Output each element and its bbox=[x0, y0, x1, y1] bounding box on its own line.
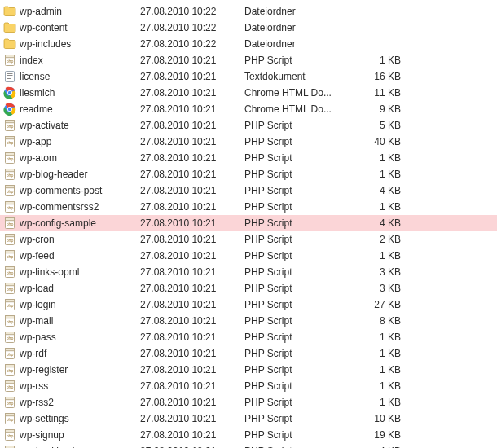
file-name-cell[interactable]: phpwp-mail bbox=[3, 314, 140, 327]
file-row[interactable]: phpindex27.08.2010 10:21PHP Script1 KB bbox=[0, 52, 497, 68]
file-type-cell: Dateiordner bbox=[244, 6, 352, 17]
svg-text:php: php bbox=[7, 156, 14, 161]
file-row[interactable]: phpwp-cron27.08.2010 10:21PHP Script2 KB bbox=[0, 231, 497, 248]
file-name-label: wp-links-opml bbox=[20, 266, 79, 278]
file-name-cell[interactable]: wp-includes bbox=[3, 37, 140, 51]
file-row[interactable]: phpwp-trackback27.08.2010 10:21PHP Scrip… bbox=[0, 443, 497, 448]
file-row[interactable]: liesmich27.08.2010 10:21Chrome HTML Do..… bbox=[0, 85, 497, 101]
svg-rect-18 bbox=[6, 137, 15, 139]
file-date-cell: 27.08.2010 10:21 bbox=[140, 266, 244, 278]
file-name-cell[interactable]: phpwp-atom bbox=[3, 152, 140, 165]
php-icon: php bbox=[3, 200, 16, 213]
file-row[interactable]: wp-admin27.08.2010 10:22Dateiordner bbox=[0, 3, 497, 20]
file-name-cell[interactable]: phpwp-load bbox=[3, 282, 140, 295]
file-row[interactable]: phpwp-rss227.08.2010 10:21PHP Script1 KB bbox=[0, 394, 497, 411]
file-name-cell[interactable]: phpwp-feed bbox=[3, 249, 140, 262]
file-name-cell[interactable]: phpwp-signup bbox=[3, 428, 140, 441]
file-row[interactable]: phpwp-atom27.08.2010 10:21PHP Script1 KB bbox=[0, 150, 497, 166]
svg-rect-24 bbox=[6, 169, 15, 172]
file-row[interactable]: readme27.08.2010 10:21Chrome HTML Do...9… bbox=[0, 101, 497, 117]
file-name-cell[interactable]: phpwp-rss2 bbox=[3, 396, 140, 409]
file-type-cell: PHP Script bbox=[244, 120, 352, 131]
php-icon: php bbox=[3, 184, 16, 197]
file-name-cell[interactable]: wp-content bbox=[3, 21, 140, 34]
file-size-cell: 1 KB bbox=[352, 201, 407, 213]
file-name-cell[interactable]: phpwp-login bbox=[3, 298, 140, 311]
file-row[interactable]: phpwp-register27.08.2010 10:21PHP Script… bbox=[0, 362, 497, 378]
file-type-cell: PHP Script bbox=[244, 429, 352, 441]
file-row[interactable]: wp-content27.08.2010 10:22Dateiordner bbox=[0, 20, 497, 36]
file-name-cell[interactable]: phpwp-activate bbox=[3, 119, 140, 132]
svg-text:php: php bbox=[7, 433, 14, 438]
file-row[interactable]: phpwp-signup27.08.2010 10:21PHP Script19… bbox=[0, 427, 497, 443]
file-name-cell[interactable]: phpwp-rss bbox=[3, 380, 140, 393]
file-name-cell[interactable]: readme bbox=[3, 103, 140, 116]
file-name-label: wp-blog-header bbox=[20, 169, 87, 180]
file-size-cell: 1 KB bbox=[352, 332, 407, 343]
svg-text:php: php bbox=[7, 368, 14, 373]
file-name-cell[interactable]: phpwp-pass bbox=[3, 331, 140, 344]
file-row[interactable]: phpwp-load27.08.2010 10:21PHP Script3 KB bbox=[0, 280, 497, 296]
file-name-cell[interactable]: phpwp-commentsrss2 bbox=[3, 200, 140, 213]
svg-text:php: php bbox=[7, 303, 14, 308]
file-name-label: wp-pass bbox=[20, 332, 56, 343]
file-name-cell[interactable]: phpwp-rdf bbox=[3, 347, 140, 360]
file-row[interactable]: phpwp-mail27.08.2010 10:21PHP Script8 KB bbox=[0, 313, 497, 329]
file-row[interactable]: phpwp-comments-post27.08.2010 10:21PHP S… bbox=[0, 182, 497, 199]
file-name-label: wp-rss2 bbox=[20, 397, 54, 408]
svg-text:php: php bbox=[7, 140, 14, 145]
file-name-cell[interactable]: phpwp-comments-post bbox=[3, 184, 140, 197]
file-date-cell: 27.08.2010 10:21 bbox=[140, 234, 244, 245]
file-name-cell[interactable]: phpwp-config-sample bbox=[3, 217, 140, 230]
file-name-cell[interactable]: phpwp-register bbox=[3, 363, 140, 376]
file-row[interactable]: phpwp-login27.08.2010 10:21PHP Script27 … bbox=[0, 296, 497, 313]
file-size-cell: 4 KB bbox=[352, 185, 407, 196]
svg-text:php: php bbox=[7, 222, 14, 226]
file-date-cell: 27.08.2010 10:21 bbox=[140, 348, 244, 359]
file-date-cell: 27.08.2010 10:21 bbox=[140, 380, 244, 392]
file-row[interactable]: phpwp-links-opml27.08.2010 10:21PHP Scri… bbox=[0, 264, 497, 280]
file-date-cell: 27.08.2010 10:21 bbox=[140, 217, 244, 229]
php-icon: php bbox=[3, 396, 16, 409]
file-row[interactable]: phpwp-blog-header27.08.2010 10:21PHP Scr… bbox=[0, 166, 497, 182]
file-name-label: wp-feed bbox=[20, 250, 55, 261]
file-size-cell: 5 KB bbox=[352, 120, 407, 131]
file-row[interactable]: license27.08.2010 10:21Textdokument16 KB bbox=[0, 68, 497, 85]
file-name-cell[interactable]: phpwp-blog-header bbox=[3, 168, 140, 181]
file-row[interactable]: phpwp-commentsrss227.08.2010 10:21PHP Sc… bbox=[0, 199, 497, 215]
svg-point-13 bbox=[8, 108, 11, 111]
file-size-cell: 1 KB bbox=[352, 169, 407, 180]
php-icon: php bbox=[3, 314, 16, 327]
file-name-cell[interactable]: phpwp-trackback bbox=[3, 445, 140, 448]
php-icon: php bbox=[3, 412, 16, 425]
file-name-label: wp-rss bbox=[20, 380, 48, 392]
file-row[interactable]: phpwp-app27.08.2010 10:21PHP Script40 KB bbox=[0, 134, 497, 150]
svg-rect-72 bbox=[6, 430, 15, 433]
file-name-label: wp-app bbox=[20, 136, 51, 147]
file-name-cell[interactable]: phpwp-links-opml bbox=[3, 266, 140, 279]
file-row[interactable]: phpwp-rdf27.08.2010 10:21PHP Script1 KB bbox=[0, 345, 497, 362]
svg-rect-21 bbox=[6, 153, 15, 156]
file-list[interactable]: wp-admin27.08.2010 10:22Dateiordnerwp-co… bbox=[0, 3, 497, 448]
file-row[interactable]: wp-includes27.08.2010 10:22Dateiordner bbox=[0, 36, 497, 52]
file-name-label: wp-atom bbox=[20, 152, 57, 164]
file-date-cell: 27.08.2010 10:21 bbox=[140, 136, 244, 147]
file-name-cell[interactable]: phpindex bbox=[3, 54, 140, 67]
file-row[interactable]: phpwp-settings27.08.2010 10:21PHP Script… bbox=[0, 411, 497, 427]
file-row[interactable]: phpwp-feed27.08.2010 10:21PHP Script1 KB bbox=[0, 248, 497, 264]
file-name-cell[interactable]: liesmich bbox=[3, 86, 140, 99]
file-name-cell[interactable]: license bbox=[3, 70, 140, 83]
file-name-cell[interactable]: phpwp-app bbox=[3, 135, 140, 148]
file-row[interactable]: phpwp-rss27.08.2010 10:21PHP Script1 KB bbox=[0, 378, 497, 394]
file-row[interactable]: phpwp-pass27.08.2010 10:21PHP Script1 KB bbox=[0, 329, 497, 345]
file-name-cell[interactable]: wp-admin bbox=[3, 5, 140, 18]
svg-rect-48 bbox=[6, 300, 15, 302]
file-name-label: license bbox=[20, 71, 50, 82]
file-name-cell[interactable]: phpwp-settings bbox=[3, 412, 140, 425]
file-row[interactable]: phpwp-config-sample27.08.2010 10:21PHP S… bbox=[0, 215, 497, 231]
svg-rect-45 bbox=[6, 283, 15, 286]
file-date-cell: 27.08.2010 10:21 bbox=[140, 201, 244, 213]
file-date-cell: 27.08.2010 10:22 bbox=[140, 38, 244, 50]
file-row[interactable]: phpwp-activate27.08.2010 10:21PHP Script… bbox=[0, 117, 497, 134]
file-name-cell[interactable]: phpwp-cron bbox=[3, 233, 140, 246]
